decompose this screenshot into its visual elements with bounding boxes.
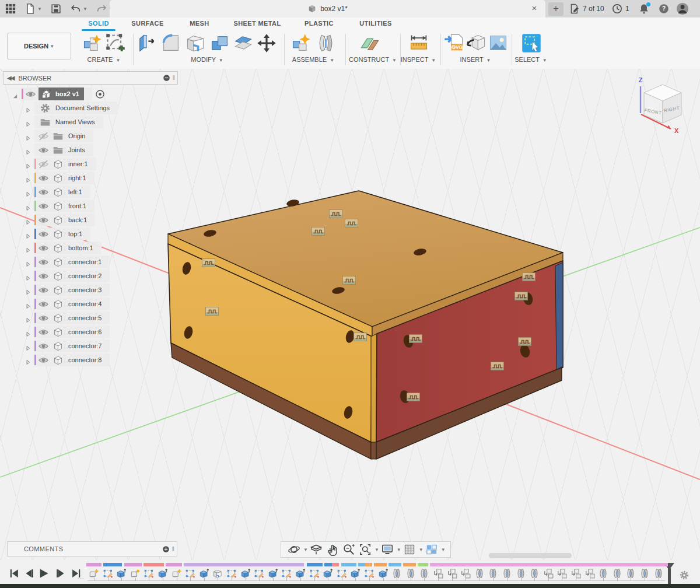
- add-comment-icon[interactable]: [162, 545, 170, 553]
- expand-closed-icon[interactable]: [25, 259, 31, 265]
- dropdown-caret-icon[interactable]: ▼: [83, 6, 88, 12]
- as-built-joint-glyph[interactable]: [312, 227, 325, 236]
- timeline-group-bar[interactable]: [307, 563, 323, 566]
- new-tab-button[interactable]: +: [548, 2, 564, 16]
- timeline-feature-joint-icon[interactable]: [653, 568, 664, 579]
- timeline-group-bar[interactable]: [388, 563, 401, 566]
- browser-item-connector-4[interactable]: connector:4: [3, 298, 178, 310]
- timeline-feature-sketch-icon[interactable]: [309, 568, 320, 579]
- as-built-joint-glyph[interactable]: [522, 272, 536, 281]
- timeline-group-bar[interactable]: [374, 563, 387, 566]
- group-label-select[interactable]: SELECT ▼: [514, 56, 547, 64]
- as-built-joint-glyph[interactable]: [518, 337, 531, 346]
- as-built-joint-glyph[interactable]: [345, 219, 358, 228]
- browser-item-named-views[interactable]: Named Views: [3, 116, 178, 128]
- job-status[interactable]: 1: [611, 2, 629, 15]
- expand-closed-icon[interactable]: [25, 343, 31, 349]
- eye-visible-icon[interactable]: [38, 173, 49, 184]
- eye-visible-icon[interactable]: [38, 299, 49, 310]
- ribbon-tab-sheet-metal[interactable]: SHEET METAL: [232, 20, 282, 29]
- timeline-group-bar[interactable]: [124, 563, 142, 566]
- pan-icon[interactable]: [326, 543, 339, 556]
- fillet-icon[interactable]: [160, 33, 181, 54]
- browser-item-connector-5[interactable]: connector:5: [3, 312, 178, 324]
- ribbon-tab-plastic[interactable]: PLASTIC: [301, 20, 337, 29]
- expand-closed-icon[interactable]: [25, 175, 31, 181]
- eye-hidden-icon[interactable]: [38, 131, 49, 142]
- timeline-feature-joint-icon[interactable]: [474, 568, 485, 579]
- group-label-construct[interactable]: CONSTRUCT ▼: [349, 56, 397, 64]
- timeline-feature-extrude-icon[interactable]: [158, 568, 168, 579]
- expand-closed-icon[interactable]: [25, 203, 31, 209]
- timeline-group-bar[interactable]: [430, 563, 668, 566]
- timeline-feature-copy-icon[interactable]: [543, 568, 554, 579]
- ribbon-tab-utilities[interactable]: UTILITIES: [356, 20, 396, 29]
- timeline-group-bar[interactable]: [166, 563, 182, 566]
- timeline-feature-copy-icon[interactable]: [570, 568, 581, 579]
- expand-closed-icon[interactable]: [25, 357, 31, 363]
- eye-visible-icon[interactable]: [38, 355, 49, 366]
- eye-visible-icon[interactable]: [38, 327, 49, 338]
- undo-icon[interactable]: [70, 3, 82, 15]
- select-icon[interactable]: [521, 33, 542, 54]
- timeline-feature-sketch-icon[interactable]: [364, 568, 374, 579]
- timeline-feature-sketch-icon[interactable]: [103, 568, 113, 579]
- timeline-feature-sketch-icon[interactable]: [337, 568, 347, 579]
- eye-visible-icon[interactable]: [38, 257, 49, 268]
- dropdown-caret-icon[interactable]: ▼: [37, 6, 42, 12]
- browser-item-connector-1[interactable]: connector:1: [3, 256, 178, 268]
- eye-visible-icon[interactable]: [38, 201, 49, 212]
- comments-panel[interactable]: COMMENTS ‖: [7, 541, 177, 556]
- eye-visible-icon[interactable]: [38, 145, 49, 156]
- timeline-feature-box-icon[interactable]: [212, 568, 223, 579]
- expand-closed-icon[interactable]: [25, 217, 31, 223]
- scrollbar-pill[interactable]: [489, 553, 572, 558]
- eye-visible-icon[interactable]: [38, 285, 49, 296]
- group-label-modify[interactable]: MODIFY ▼: [191, 56, 223, 64]
- step-forward-button[interactable]: [55, 568, 66, 579]
- timeline-feature-joint-icon[interactable]: [405, 568, 416, 579]
- timeline-feature-joint-icon[interactable]: [612, 568, 622, 579]
- version-status[interactable]: 7 of 10: [569, 2, 604, 15]
- expand-closed-icon[interactable]: [25, 189, 31, 195]
- skip-start-button[interactable]: [8, 568, 20, 579]
- expand-closed-icon[interactable]: [25, 301, 31, 307]
- timeline-settings-gear-icon[interactable]: [678, 569, 690, 581]
- timeline-feature-extrude-icon[interactable]: [268, 568, 278, 579]
- browser-item-joints[interactable]: Joints: [3, 144, 178, 156]
- eye-visible-icon[interactable]: [38, 187, 49, 198]
- timeline-feature-component-icon[interactable]: [130, 568, 141, 579]
- notifications[interactable]: [638, 2, 652, 15]
- dropdown-caret-icon[interactable]: ▼: [303, 547, 308, 552]
- timeline-group-bar[interactable]: [332, 563, 339, 566]
- browser-item-connector-7[interactable]: connector:7: [3, 340, 178, 352]
- browser-item-left-1[interactable]: left:1: [3, 186, 178, 198]
- timeline-feature-joint-icon[interactable]: [488, 568, 498, 579]
- as-built-joint-glyph[interactable]: [409, 334, 422, 343]
- press-pull-icon[interactable]: [136, 33, 157, 54]
- timeline-feature-joint-icon[interactable]: [391, 568, 402, 579]
- browser-item-origin[interactable]: Origin: [3, 130, 178, 142]
- browser-item-connector-8[interactable]: connector:8: [3, 354, 178, 366]
- group-label-create[interactable]: CREATE ▼: [88, 56, 121, 64]
- timeline-feature-extrude-icon[interactable]: [116, 568, 127, 579]
- dropdown-caret-icon[interactable]: ▼: [419, 547, 424, 552]
- ribbon-tab-solid[interactable]: SOLID: [82, 20, 116, 29]
- 3d-viewport[interactable]: ◀◀ BROWSER ‖ box2 v1Document SettingsNam…: [0, 69, 700, 561]
- app-grid-icon[interactable]: [5, 3, 16, 15]
- expand-closed-icon[interactable]: [25, 231, 31, 237]
- browser-item-connector-3[interactable]: connector:3: [3, 284, 178, 296]
- as-built-joint-glyph[interactable]: [329, 209, 342, 218]
- timeline-feature-joint-icon[interactable]: [419, 568, 429, 579]
- browser-header[interactable]: ◀◀ BROWSER ‖: [3, 71, 178, 85]
- timeline-group-bar[interactable]: [103, 563, 122, 566]
- dropdown-caret-icon[interactable]: ▼: [441, 547, 446, 552]
- orbit-icon[interactable]: [288, 543, 300, 556]
- as-built-joint-glyph[interactable]: [205, 307, 219, 316]
- timeline-feature-sketch-icon[interactable]: [281, 568, 292, 579]
- remove-panel-icon[interactable]: [163, 74, 170, 82]
- as-built-joint-glyph[interactable]: [202, 258, 215, 267]
- eye-hidden-icon[interactable]: [38, 159, 49, 170]
- timeline-feature-joint-icon[interactable]: [516, 568, 526, 579]
- eye-visible-icon[interactable]: [38, 215, 49, 226]
